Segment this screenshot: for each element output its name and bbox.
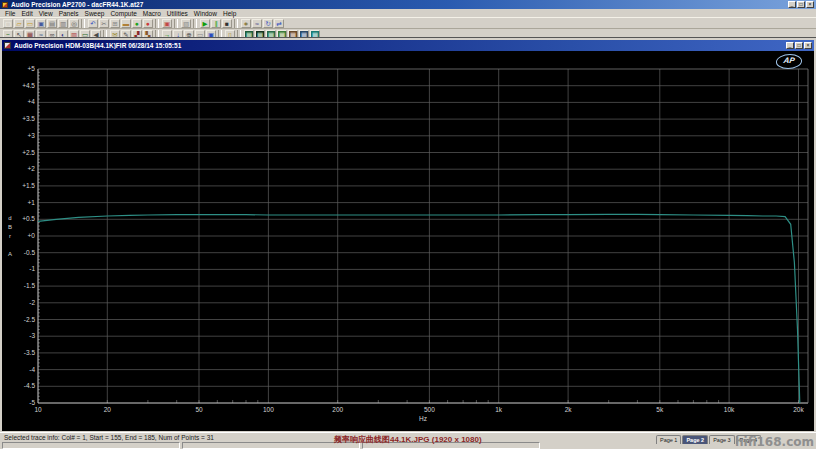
reference-icon[interactable]: ∗ xyxy=(241,19,251,28)
maximize-button[interactable]: □ xyxy=(797,1,805,8)
graph-area[interactable]: +5+4.5+4+3.5+3+2.5+2+1.5+1+0.5+0-0.5-1-1… xyxy=(2,51,814,431)
copy-icon[interactable]: ⊞ xyxy=(110,19,120,28)
red-watermark-text: 频率响应曲线图44.1K.JPG (1920 x 1080) xyxy=(334,434,482,445)
svg-text:+2: +2 xyxy=(28,165,36,172)
graph-window-controls: _ □ × xyxy=(786,42,812,49)
site-watermark-text: hifi168.com xyxy=(735,435,814,449)
copy-panel-icon[interactable]: ▣ xyxy=(162,19,172,28)
svg-text:+1: +1 xyxy=(28,199,36,206)
y-axis-label: B xyxy=(8,224,12,230)
paste-icon[interactable]: ▬ xyxy=(121,19,131,28)
graph-window-title: Audio Precision HDM-03B(44.1K)FIR 06/28/… xyxy=(14,42,786,49)
menu-item-window[interactable]: Window xyxy=(191,10,220,17)
graph-window-icon xyxy=(4,42,11,49)
y-axis-label: r xyxy=(9,233,11,239)
svg-text:-1: -1 xyxy=(29,265,35,272)
svg-text:-2.5: -2.5 xyxy=(24,316,36,323)
go-online-icon[interactable]: ● xyxy=(132,19,142,28)
svg-text:-5: -5 xyxy=(29,399,35,406)
save-icon[interactable]: ▣ xyxy=(36,19,46,28)
app-icon xyxy=(2,2,8,8)
graph-restore-button[interactable]: □ xyxy=(795,42,803,49)
log-file-icon[interactable]: ▧ xyxy=(181,19,191,28)
y-axis-label: d xyxy=(8,215,11,221)
menu-item-macro[interactable]: Macro xyxy=(140,10,164,17)
toolbar-separator xyxy=(155,19,159,28)
svg-text:2k: 2k xyxy=(565,406,573,413)
run-sweep-icon[interactable]: ▶ xyxy=(200,19,210,28)
svg-text:5k: 5k xyxy=(656,406,664,413)
toolbar-separator xyxy=(81,19,85,28)
svg-text:50: 50 xyxy=(195,406,203,413)
page-tab-3[interactable]: Page 3 xyxy=(709,435,734,444)
menu-item-utilities[interactable]: Utilities xyxy=(164,10,191,17)
toolbar-separator xyxy=(174,19,178,28)
menu-item-edit[interactable]: Edit xyxy=(18,10,35,17)
x-axis-label: Hz xyxy=(419,415,427,422)
page-tab-1[interactable]: Page 1 xyxy=(656,435,681,444)
print-setup-icon[interactable]: ▥ xyxy=(58,19,68,28)
open-test-icon[interactable]: ▱ xyxy=(14,19,24,28)
menu-item-compute[interactable]: Compute xyxy=(107,10,139,17)
toolbar-separator xyxy=(234,19,238,28)
new-test-icon[interactable]: ▢ xyxy=(3,19,13,28)
close-button[interactable]: × xyxy=(806,1,814,8)
menu-item-view[interactable]: View xyxy=(36,10,56,17)
svg-text:-1.5: -1.5 xyxy=(24,282,36,289)
menu-item-help[interactable]: Help xyxy=(220,10,239,17)
menu-item-file[interactable]: File xyxy=(2,10,18,17)
y-axis-label: A xyxy=(8,251,12,257)
graph-window: Audio Precision HDM-03B(44.1K)FIR 06/28/… xyxy=(0,38,816,433)
svg-text:500: 500 xyxy=(424,406,435,413)
svg-text:+1.5: +1.5 xyxy=(22,182,35,189)
graph-minimize-button[interactable]: _ xyxy=(786,42,794,49)
append-sweep-icon[interactable]: ⇄ xyxy=(274,19,284,28)
toolbar-separator xyxy=(193,19,197,28)
toolbar-main: ▢▱▭▣▤▥◎↶✂⊞▬●●▣▧▶∥■∗≈↻⇄ xyxy=(0,17,816,29)
cut-icon[interactable]: ✂ xyxy=(99,19,109,28)
status-bar: Selected trace info: Col# = 1, Start = 1… xyxy=(0,432,816,449)
svg-text:-4: -4 xyxy=(29,366,35,373)
svg-text:100: 100 xyxy=(263,406,274,413)
menu-item-panels[interactable]: Panels xyxy=(56,10,82,17)
svg-text:-0.5: -0.5 xyxy=(24,249,36,256)
svg-text:-3: -3 xyxy=(29,332,35,339)
svg-text:+5: +5 xyxy=(28,65,36,72)
svg-text:10: 10 xyxy=(34,406,42,413)
menu-item-sweep[interactable]: Sweep xyxy=(82,10,108,17)
svg-text:20k: 20k xyxy=(793,406,804,413)
pause-sweep-icon[interactable]: ∥ xyxy=(211,19,221,28)
window-titlebar[interactable]: Audio Precision AP2700 - dacFR44.1K.at27… xyxy=(0,0,816,9)
open-workspace-icon[interactable]: ▭ xyxy=(25,19,35,28)
svg-text:+0: +0 xyxy=(28,232,36,239)
svg-text:+4: +4 xyxy=(28,98,36,105)
svg-text:-2: -2 xyxy=(29,299,35,306)
svg-text:+4.5: +4.5 xyxy=(22,82,35,89)
print-icon[interactable]: ▤ xyxy=(47,19,57,28)
regulation-icon[interactable]: ≈ xyxy=(252,19,262,28)
minimize-button[interactable]: _ xyxy=(788,1,796,8)
stop-sweep-icon[interactable]: ■ xyxy=(222,19,232,28)
menu-bar: FileEditViewPanelsSweepComputeMacroUtili… xyxy=(0,9,816,17)
graph-window-titlebar[interactable]: Audio Precision HDM-03B(44.1K)FIR 06/28/… xyxy=(2,40,814,51)
svg-text:20: 20 xyxy=(104,406,112,413)
trace-info-text: Selected trace info: Col# = 1, Start = 1… xyxy=(4,434,214,441)
svg-text:1k: 1k xyxy=(495,406,503,413)
svg-text:+0.5: +0.5 xyxy=(22,215,35,222)
frequency-response-chart: +5+4.5+4+3.5+3+2.5+2+1.5+1+0.5+0-0.5-1-1… xyxy=(2,51,814,431)
go-offline-icon[interactable]: ● xyxy=(143,19,153,28)
svg-text:+2.5: +2.5 xyxy=(22,149,35,156)
svg-text:200: 200 xyxy=(332,406,343,413)
find-icon[interactable]: ◎ xyxy=(69,19,79,28)
svg-text:+3: +3 xyxy=(28,132,36,139)
repeat-sweep-icon[interactable]: ↻ xyxy=(263,19,273,28)
svg-text:+3.5: +3.5 xyxy=(22,115,35,122)
undo-icon[interactable]: ↶ xyxy=(88,19,98,28)
page-tab-2[interactable]: Page 2 xyxy=(682,435,708,444)
svg-text:-3.5: -3.5 xyxy=(24,349,36,356)
graph-close-button[interactable]: × xyxy=(804,42,812,49)
mdi-client-area: Audio Precision HDM-03B(44.1K)FIR 06/28/… xyxy=(0,38,816,433)
window-title: Audio Precision AP2700 - dacFR44.1K.at27 xyxy=(11,1,788,8)
app-window: Audio Precision AP2700 - dacFR44.1K.at27… xyxy=(0,0,816,449)
status-cell xyxy=(2,442,180,449)
